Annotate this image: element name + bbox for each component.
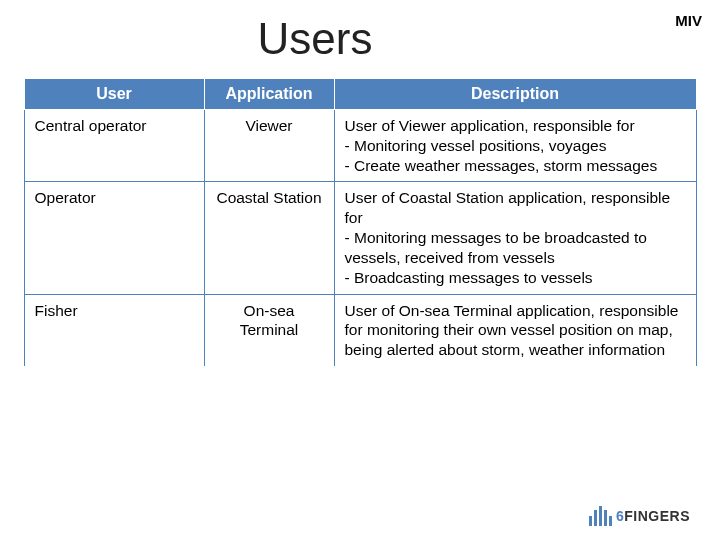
footer-logo: 6FINGERS <box>589 506 690 526</box>
cell-application: On-sea Terminal <box>204 294 334 366</box>
corner-label: MIV <box>675 12 702 29</box>
cell-application: Coastal Station <box>204 182 334 294</box>
table-row: Fisher On-sea Terminal User of On-sea Te… <box>24 294 696 366</box>
cell-description: User of Coastal Station application, res… <box>334 182 696 294</box>
cell-user: Operator <box>24 182 204 294</box>
table-row: Operator Coastal Station User of Coastal… <box>24 182 696 294</box>
cell-description: User of Viewer application, responsible … <box>334 110 696 182</box>
users-table: User Application Description Central ope… <box>24 78 697 367</box>
page-title: Users <box>0 0 720 70</box>
col-application: Application <box>204 79 334 110</box>
logo-text: 6FINGERS <box>616 508 690 524</box>
col-user: User <box>24 79 204 110</box>
slide: MIV Users User Application Description C… <box>0 0 720 540</box>
cell-user: Central operator <box>24 110 204 182</box>
cell-user: Fisher <box>24 294 204 366</box>
col-description: Description <box>334 79 696 110</box>
logo-bars-icon <box>589 506 612 526</box>
cell-description: User of On-sea Terminal application, res… <box>334 294 696 366</box>
table-header-row: User Application Description <box>24 79 696 110</box>
table-row: Central operator Viewer User of Viewer a… <box>24 110 696 182</box>
cell-application: Viewer <box>204 110 334 182</box>
